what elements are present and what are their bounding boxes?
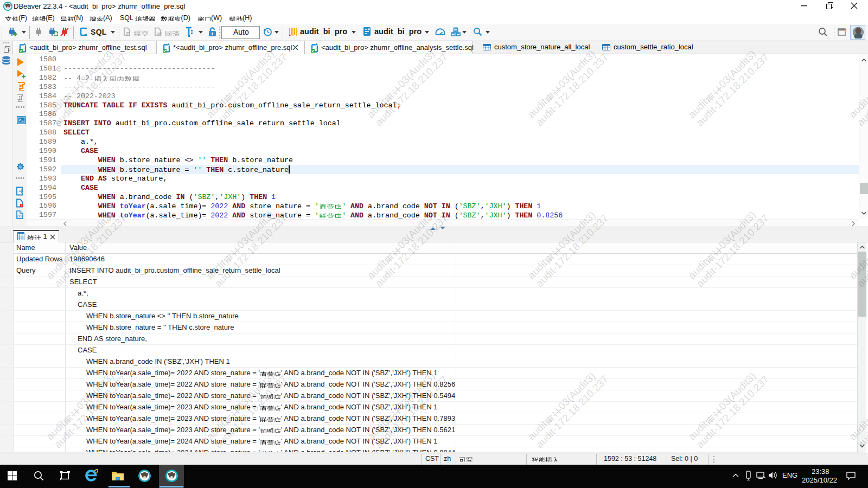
svg-text:(x): (x) <box>17 214 22 219</box>
